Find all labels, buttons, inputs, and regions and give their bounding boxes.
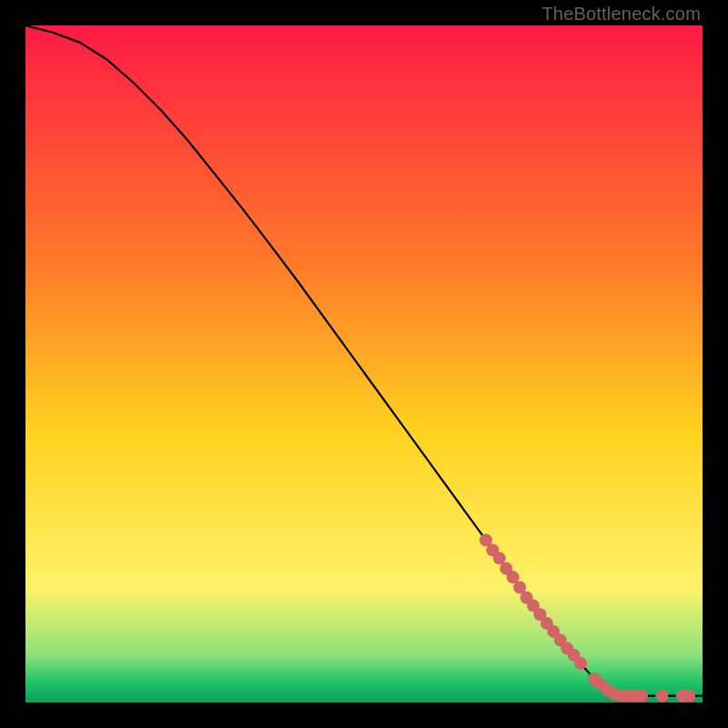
plot-frame [25, 25, 703, 703]
chart-marker [682, 690, 695, 703]
chart-marker [635, 690, 648, 703]
chart-svg [25, 25, 703, 703]
chart-curve [25, 25, 703, 696]
chart-marker [655, 690, 668, 703]
chart-markers [480, 533, 695, 702]
chart-marker [574, 657, 587, 670]
watermark-label: TheBottleneck.com [541, 4, 701, 25]
chart-container: TheBottleneck.com [0, 0, 728, 728]
